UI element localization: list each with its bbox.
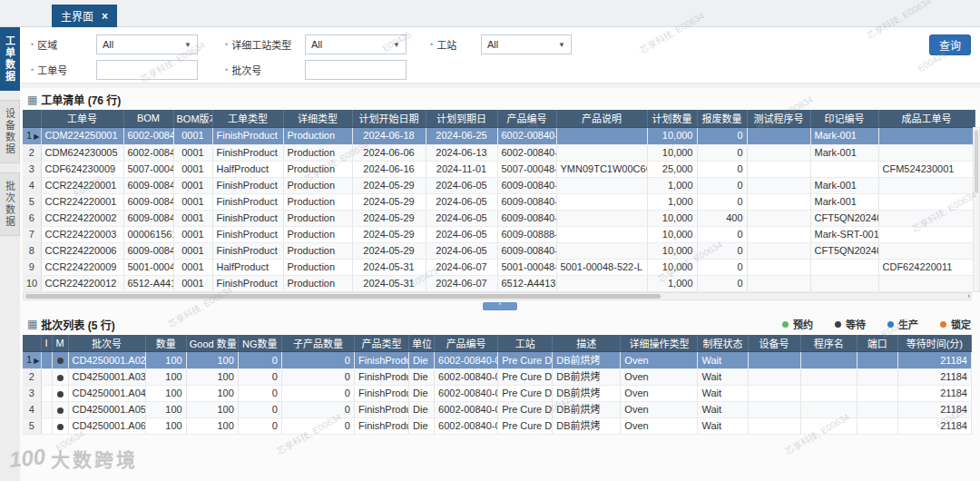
- cell: [810, 161, 878, 177]
- region-select[interactable]: All▼: [96, 34, 198, 54]
- work-order-no-input[interactable]: [96, 60, 198, 80]
- station-select[interactable]: All▼: [481, 34, 572, 54]
- column-header[interactable]: 计划数量: [647, 110, 697, 127]
- cell: 2024-06-05: [426, 242, 497, 259]
- cell: CCR224220001: [41, 193, 123, 210]
- column-header[interactable]: 端口: [857, 335, 897, 352]
- cell: 21184: [897, 402, 971, 418]
- sidebar-item-batch-data[interactable]: 批次数据: [0, 172, 20, 236]
- column-header[interactable]: 工单类型: [212, 110, 283, 127]
- cell: Die: [409, 369, 435, 386]
- legend-dot-icon: [782, 321, 789, 328]
- work-order-row[interactable]: 4CCR2242200016009-00840...0001FinishProd…: [23, 177, 975, 193]
- column-header[interactable]: 成品工单号: [878, 110, 975, 127]
- work-order-row[interactable]: 10CCR2242200126512-A4413...0001FinishPro…: [23, 275, 975, 291]
- horizontal-scrollbar[interactable]: ›: [23, 292, 972, 300]
- cell: FinishProduct: [212, 177, 283, 193]
- table-grid-icon: ▦: [27, 318, 37, 330]
- vertical-scrollbar[interactable]: [973, 127, 980, 292]
- scrollbar-thumb[interactable]: [25, 294, 661, 299]
- cell: 0: [238, 352, 281, 369]
- cell: 0: [281, 369, 354, 386]
- cell: FinishProduct: [354, 352, 408, 369]
- row-number: 8: [23, 242, 41, 259]
- column-header[interactable]: 测试程序号: [747, 110, 810, 127]
- cell: CCR224220001: [41, 177, 123, 193]
- close-icon[interactable]: ×: [102, 10, 108, 23]
- cell: 2024-06-18: [352, 127, 426, 144]
- column-header[interactable]: 工站: [498, 335, 553, 352]
- column-header[interactable]: NG数量: [238, 335, 281, 352]
- bullet-icon: •: [31, 65, 34, 74]
- cell: DB前烘烤: [553, 418, 621, 435]
- column-header[interactable]: 产品类型: [354, 335, 408, 352]
- batch-row[interactable]: 3CD4250001.A0410010000FinishProductDie60…: [23, 386, 972, 402]
- column-header[interactable]: 等待时间(分): [897, 335, 971, 352]
- scroll-right-icon[interactable]: ›: [967, 291, 970, 300]
- cell: Pre Cure DB: [498, 369, 553, 386]
- cell: 0: [697, 193, 747, 210]
- cell: [556, 242, 647, 259]
- column-header[interactable]: 详细类型: [283, 110, 352, 127]
- column-header[interactable]: I: [41, 335, 52, 352]
- cell: Wait: [698, 386, 748, 402]
- cell: Mark-001: [810, 177, 878, 193]
- collapse-panel-button[interactable]: ⌃: [483, 302, 517, 310]
- column-header[interactable]: M: [52, 335, 68, 352]
- batch-no-input[interactable]: [305, 60, 407, 80]
- column-header[interactable]: 程序名: [800, 335, 857, 352]
- sidebar-item-work-order-data[interactable]: 工单数据: [0, 27, 20, 91]
- bullet-icon: •: [31, 40, 34, 49]
- work-order-row[interactable]: 3CDF6242300095007-00048...0001HalfProduc…: [23, 161, 975, 177]
- column-header[interactable]: 计划到期日: [426, 110, 497, 127]
- work-order-row[interactable]: 5CCR2242200016009-00840...0001FinishProd…: [23, 193, 975, 210]
- detail-station-type-select[interactable]: All▼: [305, 34, 407, 54]
- batch-row[interactable]: 4CD4250001.A0510010000FinishProductDie60…: [23, 402, 972, 418]
- work-order-row[interactable]: 6CCR2242200026009-00840...0001FinishProd…: [23, 210, 975, 226]
- cell: 0: [697, 161, 747, 177]
- cell: 10,000: [647, 259, 697, 275]
- legend-dot-icon: [940, 321, 946, 328]
- column-header[interactable]: BOM: [123, 110, 173, 127]
- cell: 2024-05-31: [352, 259, 426, 275]
- cell: 2024-05-29: [352, 226, 426, 242]
- batch-row[interactable]: 2CD4250001.A0310010000FinishProductDie60…: [23, 369, 972, 386]
- work-order-row[interactable]: 8CCR2242200066009-00840...0001FinishProd…: [23, 242, 975, 259]
- column-header[interactable]: 产品说明: [556, 110, 647, 127]
- batch-row[interactable]: 1▶CD4250001.A0210010000FinishProductDie6…: [23, 352, 972, 369]
- detail-station-type-label: •详细工站类型: [225, 37, 305, 52]
- column-header[interactable]: 单位: [409, 335, 435, 352]
- column-header[interactable]: 详细操作类型: [621, 335, 698, 352]
- column-header[interactable]: 计划开始日期: [352, 110, 426, 127]
- cell: 2024-06-07: [426, 259, 497, 275]
- row-number: 1▶: [23, 352, 41, 369]
- work-order-row[interactable]: 7CCR22422000300006156120001FinishProduct…: [23, 226, 975, 242]
- chevron-down-icon: ▼: [558, 41, 565, 49]
- work-order-row[interactable]: 9CCR2242200095001-00048...0001HalfProduc…: [23, 259, 975, 275]
- column-header[interactable]: 报废数量: [697, 110, 747, 127]
- column-header[interactable]: 设备号: [748, 335, 800, 352]
- column-header[interactable]: BOM版本: [173, 110, 212, 127]
- column-header[interactable]: 产品编号: [497, 110, 556, 127]
- column-header[interactable]: 描述: [553, 335, 621, 352]
- column-header[interactable]: 子产品数量: [281, 335, 354, 352]
- cell: 6512-A4413...: [123, 275, 173, 291]
- work-order-row[interactable]: 1▶CDM2242500016002-00840...0001FinishPro…: [23, 127, 975, 144]
- column-header[interactable]: 产品编号: [435, 335, 498, 352]
- column-header[interactable]: 批次号: [68, 335, 145, 352]
- column-header[interactable]: 印记编号: [810, 110, 878, 127]
- tab-main-screen[interactable]: 主界面 ×: [52, 5, 117, 27]
- column-header[interactable]: 工单号: [41, 110, 123, 127]
- work-order-table-wrap: 工单号BOMBOM版本工单类型详细类型计划开始日期计划到期日产品编号产品说明计划…: [23, 110, 980, 292]
- cell: 6512-A4413-04...: [497, 275, 556, 291]
- column-header[interactable]: 制程状态: [698, 335, 748, 352]
- batch-row[interactable]: 5CD4250001.A0610010000FinishProductDie60…: [23, 418, 972, 435]
- column-header[interactable]: Good 数量: [186, 335, 238, 352]
- scrollbar-thumb[interactable]: [975, 130, 978, 193]
- column-header[interactable]: 数量: [145, 335, 186, 352]
- sidebar-item-equipment-data[interactable]: 设备数据: [0, 100, 20, 163]
- cell: [857, 386, 897, 402]
- cell: 2024-06-05: [426, 210, 497, 226]
- work-order-row[interactable]: 2CDM6242300056002-00840...0001FinishProd…: [23, 144, 975, 161]
- query-button[interactable]: 查询: [929, 34, 971, 55]
